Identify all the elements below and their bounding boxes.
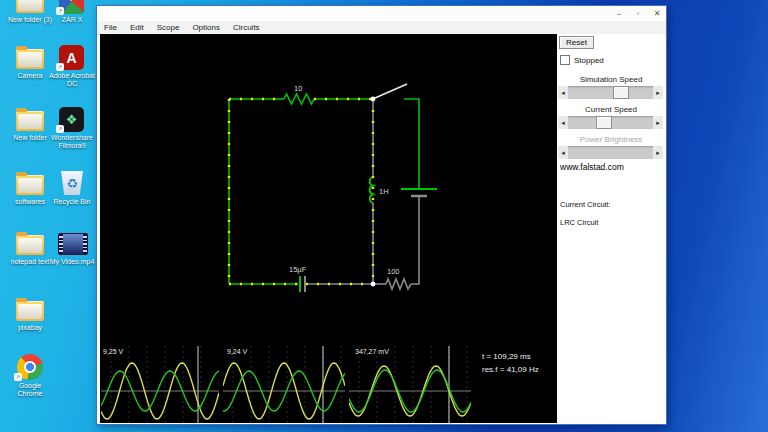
recycle-bin-icon: ♻ [57,170,87,196]
scope-3[interactable] [349,346,471,423]
stopped-checkbox[interactable] [560,55,570,65]
switch-open[interactable] [375,84,407,98]
node-dot [371,282,376,287]
reset-button[interactable]: Reset [559,36,594,49]
current-speed-slider[interactable]: ◂ ▸ [558,116,663,129]
icon-label: My Video.mp4 [50,258,95,266]
simulation-speed-label: Simulation Speed [557,75,665,84]
chrome-icon: ↗ [15,354,45,380]
folder-icon [15,0,45,14]
desktop-icon-camera[interactable]: Camera [6,44,54,80]
arrow-right-icon[interactable]: ▸ [653,146,663,159]
icon-label: pixabay [18,324,42,332]
desktop-icon-acrobat[interactable]: A↗ Adobe Acrobat DC [48,44,96,88]
scope-1[interactable] [101,346,219,423]
shortcut-arrow-icon: ↗ [56,7,64,15]
close-button-icon[interactable]: ✕ [652,9,662,18]
scope-2-peak-value: 9,24 V [227,348,247,355]
scope-1-peak-value: 9,25 V [103,348,123,355]
desktop-icon-chrome[interactable]: ↗ Google Chrome [6,354,54,398]
slider-thumb[interactable] [613,86,629,99]
resonance-frequency-readout: res.f = 41,09 Hz [482,364,539,377]
arrow-right-icon[interactable]: ▸ [653,116,663,129]
current-circuit-heading: Current Circuit: [560,200,610,209]
icon-label: New folder (3) [8,16,52,24]
scope-2[interactable] [223,346,345,423]
label-resistor-top: 10 [294,84,302,93]
icon-label: Google Chrome [6,382,54,398]
simulation-speed-slider[interactable]: ◂ ▸ [558,86,663,99]
folder-icon [15,296,45,322]
falstad-link[interactable]: www.falstad.com [560,162,624,172]
time-readout: t = 109,29 ms [482,351,539,364]
falstad-simulator-window: – ▫ ✕ File Edit Scope Options Circuits [96,5,667,425]
control-panel: Reset Stopped Simulation Speed ◂ ▸ Curre… [557,34,665,423]
node-dot [371,97,376,102]
desktop-icon-my-video[interactable]: My Video.mp4 [48,230,96,266]
shortcut-arrow-icon: ↗ [56,125,64,133]
maximize-button-icon[interactable]: ▫ [633,9,643,18]
folder-icon [15,170,45,196]
icon-label: Recycle Bin [54,198,91,206]
menu-circuits[interactable]: Circuits [233,23,260,32]
icon-label: softwares [15,198,45,206]
menu-options[interactable]: Options [192,23,220,32]
acrobat-icon: A↗ [57,44,87,70]
menu-bar: File Edit Scope Options Circuits [97,21,666,35]
shortcut-arrow-icon: ↗ [14,373,22,381]
icon-label: New folder [13,134,46,142]
menu-edit[interactable]: Edit [130,23,144,32]
desktop-icon-pixabay[interactable]: pixabay [6,296,54,332]
minimize-button-icon[interactable]: – [614,9,624,18]
icon-label: Camera [18,72,43,80]
resistor-10[interactable] [284,94,314,104]
desktop-icon-notepad-text[interactable]: notepad text [6,230,54,266]
arrow-right-icon[interactable]: ▸ [653,86,663,99]
shortcut-arrow-icon: ↗ [56,63,64,71]
zarx-app-icon: ↗ [57,0,87,14]
current-dots [229,99,373,284]
desktop-icon-recycle-bin[interactable]: ♻ Recycle Bin [48,170,96,206]
desktop-icon-new-folder-3[interactable]: New folder (3) [6,0,54,24]
arrow-left-icon[interactable]: ◂ [558,116,568,129]
scope-3-peak-value: 347,27 mV [355,348,389,355]
lrc-circuit-drawing[interactable]: 10 1H 15µF 100 [100,34,557,346]
wire-switch-to-battery[interactable] [404,99,419,189]
resistor-100[interactable] [386,279,411,289]
circuit-canvas[interactable]: 10 1H 15µF 100 9,25 V 9,24 V 347,27 mV t… [100,34,557,423]
simulation-readout: t = 109,29 ms res.f = 41,09 Hz [482,351,539,377]
current-speed-label: Current Speed [557,105,665,114]
icon-label: notepad text [11,258,50,266]
menu-scope[interactable]: Scope [157,23,180,32]
power-brightness-label: Power Brightness [557,135,665,144]
label-capacitor: 15µF [289,265,307,274]
arrow-left-icon[interactable]: ◂ [558,86,568,99]
wire-bottom-right[interactable] [411,196,419,284]
icon-label: Wondershare Filmora9 [48,134,96,150]
desktop-icon-softwares[interactable]: softwares [6,170,54,206]
video-file-icon [57,230,87,256]
label-resistor-bottom: 100 [387,267,400,276]
current-circuit-name: LRC Circuit [560,218,598,227]
slider-thumb[interactable] [596,116,612,129]
folder-icon [15,44,45,70]
icon-label: Adobe Acrobat DC [48,72,96,88]
power-brightness-slider[interactable]: ◂ ▸ [558,146,663,159]
folder-icon [15,106,45,132]
desktop-icon-new-folder[interactable]: New folder [6,106,54,142]
filmora-icon: ❖↗ [57,106,87,132]
folder-icon [15,230,45,256]
desktop-icon-zarx[interactable]: ↗ ZAR X [48,0,96,24]
arrow-left-icon[interactable]: ◂ [558,146,568,159]
desktop-icon-filmora[interactable]: ❖↗ Wondershare Filmora9 [48,106,96,150]
icon-label: ZAR X [62,16,83,24]
window-titlebar: – ▫ ✕ [97,6,666,21]
label-inductor: 1H [379,187,389,196]
menu-file[interactable]: File [104,23,117,32]
stopped-label: Stopped [574,56,604,65]
